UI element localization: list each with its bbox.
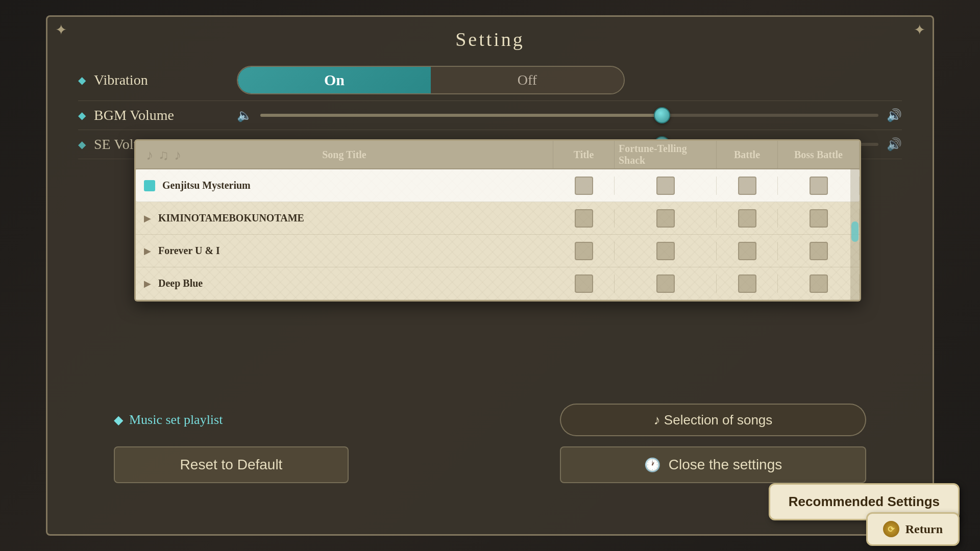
action-buttons-row: Reset to Default 🕐 Close the settings (114, 446, 866, 483)
checkbox-battle-4[interactable] (717, 274, 778, 293)
song-name-4: Deep Blue (158, 278, 203, 289)
checkbox-title-1[interactable] (553, 177, 615, 195)
playlist-table-header: Song Title Title Fortune-Telling Shack B… (136, 141, 860, 169)
song-cell-4: ▶ Deep Blue (136, 278, 553, 289)
song-indicator-1 (144, 180, 155, 191)
vibration-toggle[interactable]: On Off (237, 66, 625, 94)
bgm-slider-track[interactable] (260, 114, 878, 117)
checkbox-fortune-4[interactable] (615, 274, 717, 293)
checkbox-fortune-2[interactable] (615, 209, 717, 228)
bgm-volume-control: 🔈 🔊 (237, 108, 902, 122)
checkbox-boss-3[interactable] (778, 242, 860, 260)
corner-tl: ✦ (52, 21, 70, 39)
song-cell-2: ▶ KIMINOTAMEBOKUNOTAME (136, 212, 553, 224)
checkbox-boss-4[interactable] (778, 274, 860, 293)
checkbox-battle-3[interactable] (717, 242, 778, 260)
play-arrow-2: ▶ (144, 213, 151, 224)
playlist-popup: ♪ ♫ ♪ Song Title Title Fortune-Telling S… (134, 139, 861, 302)
music-arrow-icon: ◆ (114, 413, 123, 427)
close-btn-label: Close the settings (669, 457, 782, 473)
bgm-slider-thumb[interactable] (654, 107, 670, 123)
return-icon: ⟳ (883, 521, 899, 537)
th-title: Title (553, 141, 615, 168)
reset-to-default-button[interactable]: Reset to Default (114, 446, 349, 483)
selection-of-songs-button[interactable]: ♪ Selection of songs (560, 404, 866, 436)
checkbox-title-3[interactable] (553, 242, 615, 260)
checkbox-battle-2[interactable] (717, 209, 778, 228)
checkbox-sq (738, 242, 756, 260)
vibration-label: Vibration (94, 72, 237, 88)
song-name-2: KIMINOTAMEBOKUNOTAME (158, 212, 304, 224)
checkbox-fortune-3[interactable] (615, 242, 717, 260)
checkbox-sq (575, 209, 593, 228)
table-row[interactable]: ▶ KIMINOTAMEBOKUNOTAME (136, 202, 860, 235)
vol-icon-low: 🔈 (237, 108, 252, 122)
th-fortune: Fortune-Telling Shack (615, 141, 717, 168)
return-button[interactable]: ⟳ Return (866, 512, 960, 546)
th-battle: Battle (717, 141, 778, 168)
settings-panel: ✦ ✦ Setting ◆ Vibration On Off ◆ BGM Vol… (46, 15, 934, 536)
music-playlist-label: ◆ Music set playlist (114, 412, 223, 428)
checkbox-title-4[interactable] (553, 274, 615, 293)
selection-btn-label: ♪ Selection of songs (654, 412, 773, 428)
bgm-slider-fill (260, 114, 662, 117)
checkbox-boss-1[interactable] (778, 177, 860, 195)
playlist-scrollbar[interactable] (850, 169, 860, 300)
vol-icon-high: 🔊 (887, 108, 902, 122)
checkbox-fortune-1[interactable] (615, 177, 717, 195)
song-name-1: Genjitsu Mysterium (162, 180, 251, 191)
th-song-title: Song Title (136, 141, 553, 168)
play-arrow-4: ▶ (144, 278, 151, 289)
checkbox-battle-1[interactable] (717, 177, 778, 195)
se-vol-icon-high: 🔊 (887, 137, 902, 152)
play-arrow-3: ▶ (144, 245, 151, 257)
return-btn-label: Return (905, 522, 943, 536)
toggle-on-button[interactable]: On (238, 67, 431, 93)
checkbox-sq (656, 177, 675, 195)
table-row[interactable]: ▶ Forever U & I (136, 235, 860, 267)
recommended-btn-label: Recommended Settings (789, 494, 940, 509)
song-cell-1: Genjitsu Mysterium (136, 180, 553, 191)
table-row[interactable]: ▶ Deep Blue (136, 267, 860, 300)
panel-title: Setting (47, 17, 933, 60)
checkbox-sq (738, 274, 756, 293)
bgm-arrow: ◆ (78, 109, 86, 121)
bgm-volume-row: ◆ BGM Volume 🔈 🔊 (78, 101, 902, 130)
checkbox-boss-2[interactable] (778, 209, 860, 228)
checkbox-sq (656, 274, 675, 293)
song-name-3: Forever U & I (158, 245, 220, 257)
reset-btn-label: Reset to Default (180, 457, 283, 473)
checkbox-sq (575, 177, 593, 195)
checkbox-sq (738, 209, 756, 228)
checkbox-sq (810, 209, 828, 228)
corner-tr: ✦ (910, 21, 928, 39)
toggle-off-button[interactable]: Off (431, 67, 624, 93)
playlist-table-body: Genjitsu Mysterium ▶ KIMINOTAMEBOKUNOTAM… (136, 169, 860, 300)
clock-icon: 🕐 (644, 457, 660, 473)
checkbox-sq (810, 242, 828, 260)
table-row[interactable]: Genjitsu Mysterium (136, 169, 860, 202)
checkbox-sq (810, 274, 828, 293)
se-arrow: ◆ (78, 138, 86, 151)
vibration-arrow: ◆ (78, 74, 86, 86)
checkbox-sq (810, 177, 828, 195)
settings-bottom: ◆ Music set playlist ♪ Selection of song… (114, 404, 866, 483)
music-playlist-text: Music set playlist (129, 412, 223, 428)
checkbox-title-2[interactable] (553, 209, 615, 228)
song-cell-3: ▶ Forever U & I (136, 245, 553, 257)
checkbox-sq (656, 209, 675, 228)
vibration-row: ◆ Vibration On Off (78, 60, 902, 101)
checkbox-sq (738, 177, 756, 195)
checkbox-sq (656, 242, 675, 260)
checkbox-sq (575, 242, 593, 260)
th-boss-battle: Boss Battle (778, 141, 860, 168)
checkbox-sq (575, 274, 593, 293)
close-settings-button[interactable]: 🕐 Close the settings (560, 446, 866, 483)
scrollbar-thumb (851, 221, 859, 242)
bgm-label: BGM Volume (94, 107, 237, 123)
music-playlist-row: ◆ Music set playlist ♪ Selection of song… (114, 404, 866, 436)
